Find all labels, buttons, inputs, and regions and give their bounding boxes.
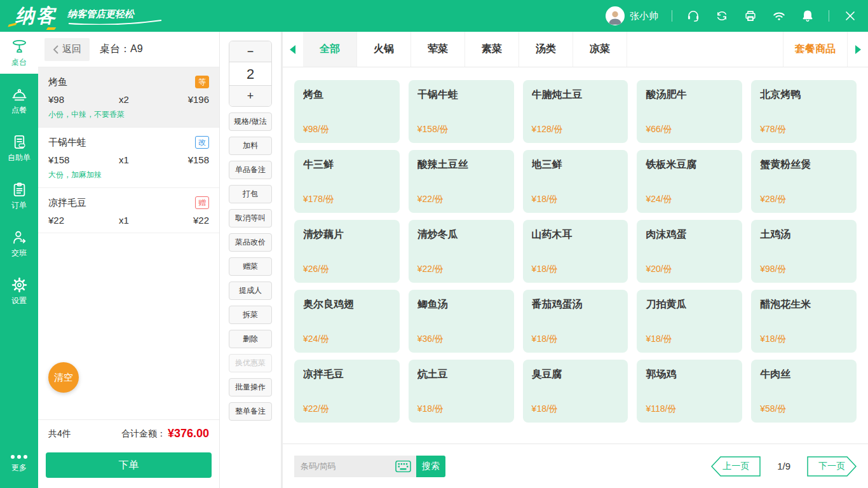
bell-icon[interactable]: [800, 8, 815, 24]
menu-item-name: 酸辣土豆丝: [417, 158, 505, 172]
menu-item-card[interactable]: 土鸡汤 ¥98/份: [751, 220, 857, 283]
action-button[interactable]: 提成人: [229, 281, 272, 300]
action-button[interactable]: 整单备注: [229, 402, 272, 421]
action-button[interactable]: 规格/做法: [229, 112, 272, 131]
tabs-scroll-left-button[interactable]: [283, 32, 303, 67]
action-button[interactable]: 打包: [229, 185, 272, 203]
barcode-search-field: [294, 456, 416, 477]
menu-item-card[interactable]: 山药木耳 ¥18/份: [523, 220, 628, 283]
menu-item-card[interactable]: 地三鲜 ¥18/份: [523, 150, 628, 213]
tabs-scroll-right-button[interactable]: [848, 32, 868, 67]
menu-item-card[interactable]: 铁板米豆腐 ¥24/份: [637, 150, 742, 213]
menu-item-card[interactable]: 刀拍黄瓜 ¥18/份: [637, 290, 742, 353]
order-item-qty: x2: [119, 94, 167, 105]
menu-item-card[interactable]: 肉沫鸡蛋 ¥20/份: [637, 220, 742, 283]
menu-item-price: ¥158/份: [417, 124, 505, 135]
next-page-label: 下一页: [807, 456, 857, 477]
menu-item-card[interactable]: 醋泡花生米 ¥18/份: [751, 290, 857, 353]
menu-item-card[interactable]: 清炒冬瓜 ¥22/份: [409, 220, 514, 283]
menu-item-card[interactable]: 郭场鸡 ¥118/份: [637, 360, 742, 423]
action-button[interactable]: 拆菜: [229, 306, 272, 324]
order-total-amount: ¥376.00: [168, 427, 209, 440]
menu-item-name: 奥尔良鸡翅: [303, 298, 391, 311]
sidebar-item-self-order[interactable]: 自助单: [0, 127, 38, 169]
menu-item-card[interactable]: 蟹黄粉丝煲 ¥28/份: [751, 150, 857, 213]
order-item-name: 干锅牛蛙: [48, 137, 86, 149]
sidebar-item-orders[interactable]: 订单: [0, 175, 38, 217]
menu-item-card[interactable]: 酸辣土豆丝 ¥22/份: [409, 150, 514, 213]
next-page-button[interactable]: 下一页: [807, 456, 857, 477]
customer-service-icon[interactable]: [686, 8, 701, 24]
sidebar-item-label: 交班: [11, 248, 27, 259]
close-icon[interactable]: [843, 8, 858, 24]
action-button[interactable]: 删除: [229, 330, 272, 348]
clear-order-button[interactable]: 清空: [48, 362, 79, 393]
combo-products-tab[interactable]: 套餐商品: [783, 32, 848, 67]
action-button[interactable]: 加料: [229, 137, 272, 155]
order-item[interactable]: 烤鱼 等 ¥98 x2 ¥196 小份，中辣，不要香菜: [38, 67, 219, 128]
sidebar-item-more[interactable]: 更多: [0, 442, 38, 484]
prev-page-button[interactable]: 上一页: [711, 456, 761, 477]
pagination: 上一页 1/9 下一页: [711, 456, 857, 477]
printer-icon[interactable]: [743, 8, 758, 24]
action-button[interactable]: 菜品改价: [229, 233, 272, 252]
order-item-badge: 赠: [195, 196, 209, 209]
menu-item-card[interactable]: 烤鱼 ¥98/份: [294, 80, 400, 143]
category-tab[interactable]: 素菜: [465, 32, 519, 67]
menu-item-price: ¥28/份: [760, 194, 848, 205]
category-tab[interactable]: 汤类: [519, 32, 573, 67]
menu-item-price: ¥20/份: [646, 264, 733, 275]
sidebar-item-label: 点餐: [11, 105, 27, 116]
action-button[interactable]: 取消等叫: [229, 209, 272, 227]
qty-decrease-button[interactable]: −: [229, 41, 271, 62]
category-tab[interactable]: 荤菜: [411, 32, 465, 67]
order-item-qty: x1: [119, 154, 167, 165]
sync-icon[interactable]: [714, 8, 729, 24]
category-tab[interactable]: 火锅: [357, 32, 411, 67]
user-account[interactable]: 张小帅: [606, 6, 658, 25]
qty-increase-button[interactable]: +: [229, 86, 271, 106]
gear-icon: [11, 276, 28, 294]
menu-item-card[interactable]: 牛腩炖土豆 ¥128/份: [523, 80, 628, 143]
menu-item-name: 番茄鸡蛋汤: [532, 298, 620, 311]
search-button[interactable]: 搜索: [416, 456, 445, 477]
menu-item-card[interactable]: 奥尔良鸡翅 ¥24/份: [294, 290, 400, 353]
category-tab[interactable]: 全部: [303, 32, 357, 67]
order-item-qty: x1: [119, 215, 167, 226]
menu-item-name: 醋泡花生米: [760, 298, 848, 311]
menu-item-card[interactable]: 鲫鱼汤 ¥36/份: [409, 290, 514, 353]
menu-item-card[interactable]: 清炒藕片 ¥26/份: [294, 220, 400, 283]
menu-item-card[interactable]: 北京烤鸭 ¥78/份: [751, 80, 857, 143]
order-item[interactable]: 凉拌毛豆 赠 ¥22 x1 ¥22: [38, 188, 219, 233]
menu-item-card[interactable]: 牛肉丝 ¥58/份: [751, 360, 857, 423]
menu-item-card[interactable]: 酸汤肥牛 ¥66/份: [637, 80, 742, 143]
wifi-icon[interactable]: [771, 8, 787, 24]
menu-item-price: ¥24/份: [646, 194, 733, 205]
menu-item-name: 蟹黄粉丝煲: [760, 158, 848, 172]
menu-item-card[interactable]: 臭豆腐 ¥18/份: [523, 360, 628, 423]
order-list-icon: [11, 181, 28, 198]
sidebar-item-settings[interactable]: 设置: [0, 270, 38, 312]
sidebar-item-order-food[interactable]: 点餐: [0, 79, 38, 121]
back-button[interactable]: 返回: [44, 38, 90, 61]
bottom-toolbar: 搜索 上一页 1/9 下一页: [283, 444, 868, 488]
order-item-price: ¥98: [48, 94, 119, 105]
action-button[interactable]: 换优惠菜: [229, 354, 272, 372]
menu-item-name: 牛肉丝: [760, 368, 848, 381]
action-button[interactable]: 批量操作: [229, 378, 272, 396]
submit-order-button[interactable]: 下单: [46, 452, 212, 478]
action-button[interactable]: 赠菜: [229, 257, 272, 276]
menu-grid: 烤鱼 ¥98/份 干锅牛蛙 ¥158/份 牛腩炖土豆 ¥128/份: [294, 80, 857, 423]
menu-item-name: 肉沫鸡蛋: [646, 228, 733, 241]
sidebar-item-tables[interactable]: 桌台: [0, 32, 38, 74]
menu-item-card[interactable]: 炕土豆 ¥18/份: [409, 360, 514, 423]
keyboard-icon[interactable]: [395, 460, 411, 472]
menu-item-card[interactable]: 干锅牛蛙 ¥158/份: [409, 80, 514, 143]
action-button[interactable]: 单品备注: [229, 161, 272, 179]
menu-item-card[interactable]: 凉拌毛豆 ¥22/份: [294, 360, 400, 423]
menu-item-card[interactable]: 番茄鸡蛋汤 ¥18/份: [523, 290, 628, 353]
order-item[interactable]: 干锅牛蛙 改 ¥158 x1 ¥158 大份，加麻加辣: [38, 128, 219, 188]
sidebar-item-shift[interactable]: 交班: [0, 222, 38, 264]
menu-item-card[interactable]: 牛三鲜 ¥178/份: [294, 150, 400, 213]
category-tab[interactable]: 凉菜: [573, 32, 627, 67]
